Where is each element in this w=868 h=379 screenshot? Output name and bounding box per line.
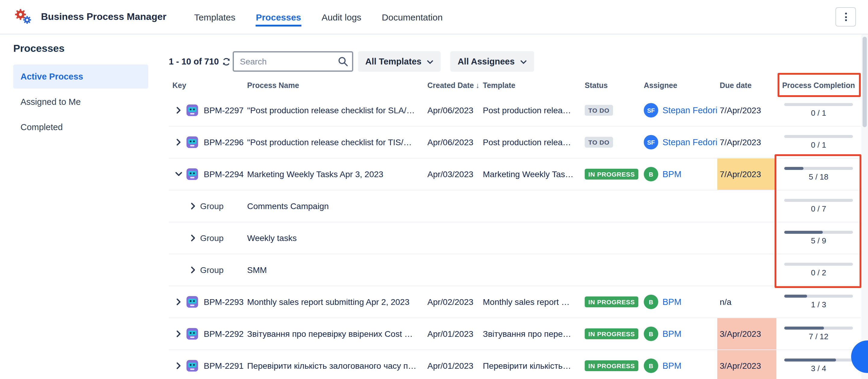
template-name: Post production relea…	[483, 127, 582, 158]
created-date: Apr/02/2023	[423, 286, 483, 318]
due-date: 7/Apr/2023	[720, 137, 761, 147]
process-icon	[186, 295, 199, 309]
group-name: Comments Campaign	[247, 190, 423, 222]
chevron-down-icon	[520, 57, 527, 66]
group-label: Group	[200, 254, 247, 286]
assignee-link[interactable]: BPM	[662, 329, 681, 339]
table-row: BPM-2297 "Post production release checkl…	[169, 95, 861, 127]
nav-documentation[interactable]: Documentation	[382, 12, 443, 22]
status-badge: IN PROGRESS	[585, 328, 639, 339]
nav-processes[interactable]: Processes	[256, 12, 301, 22]
status-badge: TO DO	[585, 137, 613, 148]
due-date: 3/Apr/2023	[720, 361, 761, 371]
column-assignee[interactable]: Assignee	[643, 81, 717, 90]
row-expander-icon[interactable]	[175, 107, 182, 114]
sidebar-item-completed[interactable]: Completed	[13, 115, 148, 139]
group-expander-icon[interactable]	[190, 202, 196, 210]
row-expander-icon[interactable]	[175, 171, 182, 178]
row-expander-icon[interactable]	[175, 330, 182, 338]
row-expander-icon[interactable]	[175, 362, 182, 369]
completion-count: 0 / 2	[811, 268, 827, 277]
assignee-filter-dropdown[interactable]: All Assignees	[450, 51, 534, 72]
sidebar-item-assigned-to-me[interactable]: Assigned to Me	[13, 90, 148, 114]
progress-fill	[784, 167, 804, 170]
created-date: Apr/06/2023	[423, 95, 483, 126]
nav-audit-logs[interactable]: Audit logs	[321, 12, 361, 22]
assignee-avatar: SF	[644, 135, 658, 150]
assignee-link[interactable]: BPM	[662, 169, 681, 179]
process-key: BPM-2292	[204, 318, 247, 349]
assignee-avatar: B	[644, 167, 658, 181]
sort-desc-icon: ↓	[475, 81, 479, 90]
column-process-name[interactable]: Process Name	[247, 76, 423, 95]
progress-fill	[784, 295, 807, 298]
completion-count: 5 / 18	[809, 172, 828, 181]
group-row: Group Weekly tasks 5 / 9	[169, 222, 861, 254]
process-name: Перевірити кількість залогованого часу п…	[247, 350, 423, 379]
process-name: Monthly sales report submitting Apr 2, 2…	[247, 286, 423, 318]
completion-count: 3 / 4	[811, 364, 827, 373]
process-key: BPM-2297	[204, 95, 247, 126]
assignee-link[interactable]: Stepan Fedori	[662, 105, 717, 115]
search-box	[233, 51, 353, 72]
template-name: Звітування про пере…	[483, 318, 582, 349]
progress-bar	[784, 326, 853, 329]
group-label: Group	[200, 190, 247, 222]
group-row: Group SMM 0 / 2	[169, 254, 861, 286]
column-process-completion[interactable]: Process Completion	[776, 81, 861, 90]
sidebar: Processes Active Process Assigned to Me …	[0, 34, 169, 379]
chevron-down-icon	[427, 57, 433, 66]
process-icon	[186, 135, 199, 149]
table-row: BPM-2294 Marketing Weekly Tasks Apr 3, 2…	[169, 158, 861, 190]
sidebar-item-active-process[interactable]: Active Process	[13, 64, 148, 89]
assignee-link[interactable]: BPM	[662, 361, 681, 371]
created-date: Apr/01/2023	[423, 318, 483, 349]
status-badge: IN PROGRESS	[585, 296, 639, 307]
column-due-date[interactable]: Due date	[717, 81, 776, 90]
created-date: Apr/06/2023	[423, 127, 483, 158]
template-name: Post production relea…	[483, 95, 582, 126]
progress-fill	[784, 358, 836, 361]
assignee-link[interactable]: BPM	[662, 297, 681, 307]
scrollbar-thumb[interactable]	[863, 37, 867, 127]
group-row: Group Comments Campaign 0 / 7	[169, 190, 861, 222]
assignee-avatar: B	[644, 295, 658, 309]
template-name: Marketing Weekly Tas…	[483, 158, 582, 190]
pagination: 1 - 10 of 710	[169, 57, 233, 66]
created-date: Apr/01/2023	[423, 350, 483, 379]
column-status[interactable]: Status	[582, 81, 643, 90]
process-icon	[186, 104, 199, 117]
nav-templates[interactable]: Templates	[194, 12, 236, 22]
progress-bar	[784, 103, 853, 106]
assignee-link[interactable]: Stepan Fedori	[662, 137, 717, 147]
completion-count: 0 / 1	[811, 108, 827, 118]
table-header: Key Process Name Created Date↓ Template …	[169, 76, 861, 95]
process-key: BPM-2293	[204, 286, 247, 318]
column-key[interactable]: Key	[171, 81, 247, 90]
process-name: Marketing Weekly Tasks Apr 3, 2023	[247, 158, 423, 190]
process-icon	[186, 167, 199, 181]
progress-bar	[784, 167, 853, 170]
template-filter-dropdown[interactable]: All Templates	[358, 51, 441, 72]
group-expander-icon[interactable]	[190, 234, 196, 242]
progress-bar	[784, 358, 853, 361]
refresh-icon[interactable]	[222, 57, 231, 66]
row-expander-icon[interactable]	[175, 138, 182, 146]
group-expander-icon[interactable]	[190, 266, 196, 274]
row-expander-icon[interactable]	[175, 298, 182, 306]
table-row: BPM-2293 Monthly sales report submitting…	[169, 286, 861, 318]
group-name: SMM	[247, 254, 423, 286]
process-icon	[186, 327, 199, 341]
group-name: Weekly tasks	[247, 222, 423, 254]
column-created-date[interactable]: Created Date↓	[423, 81, 483, 90]
vertical-scrollbar[interactable]	[861, 34, 868, 379]
column-template[interactable]: Template	[483, 81, 582, 90]
search-icon[interactable]	[338, 56, 348, 69]
overflow-menu-button[interactable]	[835, 7, 856, 27]
process-icon	[186, 359, 199, 372]
search-input[interactable]	[233, 51, 353, 72]
table-row: BPM-2296 "Post production release checkl…	[169, 127, 861, 158]
table-row: BPM-2292 Звітування про перевірку ввірен…	[169, 318, 861, 350]
due-date: 7/Apr/2023	[720, 169, 761, 179]
process-key: BPM-2296	[204, 127, 247, 158]
